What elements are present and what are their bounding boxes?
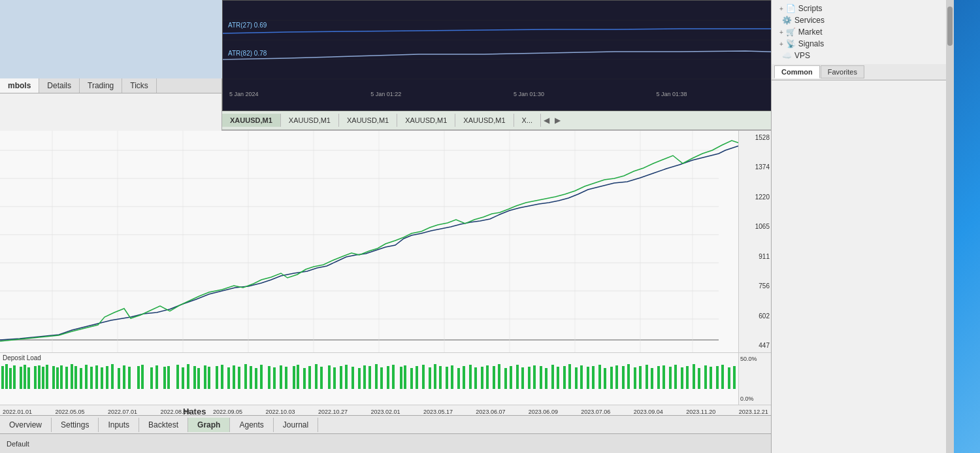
signals-item[interactable]: + 📡 Signals xyxy=(777,38,941,50)
tab-agents[interactable]: Agents xyxy=(230,418,273,432)
date-9: 2023.05.17 xyxy=(423,409,453,415)
expand-icon: + xyxy=(779,5,783,12)
equity-chart: 1528 1374 1220 1065 911 756 602 447 xyxy=(0,131,771,353)
svg-rect-120 xyxy=(551,365,554,389)
svg-rect-130 xyxy=(610,367,613,389)
tab-common[interactable]: Common xyxy=(774,65,820,78)
svg-rect-23 xyxy=(1,366,4,389)
tab-settings[interactable]: Settings xyxy=(52,418,99,432)
svg-rect-92 xyxy=(387,366,389,389)
svg-rect-35 xyxy=(56,367,59,389)
chart-tab-1[interactable]: XAUUSD,M1 xyxy=(222,114,281,127)
tab-trading[interactable]: Trading xyxy=(80,78,122,93)
svg-rect-131 xyxy=(615,365,618,389)
scrollbar-right[interactable] xyxy=(946,0,954,453)
tab-details[interactable]: Details xyxy=(39,78,80,93)
svg-rect-87 xyxy=(358,368,361,389)
y-label-602: 602 xyxy=(740,312,770,320)
chart-tab-4[interactable]: XAUUSD,M1 xyxy=(397,114,455,127)
svg-rect-128 xyxy=(598,365,601,389)
y-label-1374: 1374 xyxy=(740,163,770,171)
svg-rect-48 xyxy=(123,365,125,389)
y-label-756: 756 xyxy=(740,282,770,290)
deposit-label-high: 50.0% xyxy=(740,356,770,362)
svg-rect-138 xyxy=(657,366,660,389)
svg-rect-91 xyxy=(380,367,383,389)
market-label: Market xyxy=(798,27,823,37)
svg-rect-73 xyxy=(273,367,276,389)
date-11: 2023.06.09 xyxy=(529,409,558,415)
date-6: 2022.10.03 xyxy=(265,409,295,415)
svg-rect-29 xyxy=(27,367,30,389)
chart-tab-3[interactable]: XAUUSD,M1 xyxy=(339,114,397,127)
svg-rect-46 xyxy=(111,364,114,389)
svg-rect-119 xyxy=(545,368,547,389)
svg-rect-62 xyxy=(208,367,210,389)
tab-inputs[interactable]: Inputs xyxy=(99,418,139,432)
svg-rect-125 xyxy=(580,365,583,389)
svg-rect-31 xyxy=(38,365,41,389)
svg-rect-81 xyxy=(320,367,323,389)
svg-rect-96 xyxy=(410,368,413,389)
svg-rect-97 xyxy=(416,366,418,389)
svg-rect-94 xyxy=(400,367,402,389)
deposit-right-labels: 50.0% 0.0% xyxy=(738,353,771,405)
y-label-1220: 1220 xyxy=(740,193,770,201)
svg-rect-37 xyxy=(65,367,68,389)
chart-tab-2[interactable]: XAUUSD,M1 xyxy=(281,114,339,127)
hates-label: Hates xyxy=(183,407,206,416)
right-panel-tabs: Common Favorites xyxy=(772,64,946,80)
svg-rect-99 xyxy=(429,367,431,389)
svg-rect-52 xyxy=(150,367,153,389)
tab-backtest[interactable]: Backtest xyxy=(139,418,188,432)
chart-tab-5[interactable]: XAUUSD,M1 xyxy=(455,114,514,127)
tab-ticks[interactable]: Ticks xyxy=(122,78,157,93)
tab-symbols[interactable]: mbols xyxy=(0,78,39,93)
svg-rect-113 xyxy=(510,366,512,389)
svg-rect-123 xyxy=(568,364,571,389)
signals-label: Signals xyxy=(798,39,824,48)
tab-graph[interactable]: Graph xyxy=(188,418,230,432)
svg-rect-141 xyxy=(674,365,677,389)
svg-rect-102 xyxy=(446,367,448,389)
svg-rect-148 xyxy=(716,366,719,389)
svg-rect-98 xyxy=(422,365,425,389)
svg-rect-133 xyxy=(627,364,630,389)
vps-label: VPS xyxy=(794,51,810,60)
y-label-911: 911 xyxy=(740,253,770,260)
svg-rect-89 xyxy=(368,366,371,389)
win11-taskbar xyxy=(954,0,980,453)
svg-rect-36 xyxy=(60,365,63,389)
tab-overview[interactable]: Overview xyxy=(0,418,52,432)
market-item[interactable]: + 🛒 Market xyxy=(777,26,941,38)
tab-favorites[interactable]: Favorites xyxy=(821,65,864,78)
expand-icon-4: + xyxy=(779,41,783,48)
svg-rect-145 xyxy=(698,368,700,389)
y-label-1065: 1065 xyxy=(740,223,770,230)
services-item[interactable]: ⚙️ Services xyxy=(777,14,941,26)
svg-rect-56 xyxy=(176,365,179,389)
svg-rect-95 xyxy=(404,365,406,389)
chart-tab-6[interactable]: X... xyxy=(514,114,542,127)
svg-rect-43 xyxy=(95,365,98,389)
chart-tab-nav-left[interactable]: ◀ xyxy=(541,116,552,125)
svg-rect-100 xyxy=(434,364,436,389)
bottom-tabbar: Overview Settings Inputs Backtest Graph … xyxy=(0,415,771,433)
svg-rect-76 xyxy=(293,366,295,389)
scripts-item[interactable]: + 📄 Scripts xyxy=(777,3,941,14)
scrollbar-thumb[interactable] xyxy=(947,7,953,46)
date-1: 2022.01.01 xyxy=(3,409,32,415)
svg-rect-72 xyxy=(268,366,270,389)
svg-rect-126 xyxy=(587,367,589,389)
svg-rect-30 xyxy=(34,366,37,389)
svg-rect-53 xyxy=(155,365,158,389)
svg-rect-112 xyxy=(504,368,507,389)
tab-journal[interactable]: Journal xyxy=(274,418,318,432)
market-icon: 🛒 xyxy=(786,27,796,37)
scripts-label: Scripts xyxy=(798,4,823,13)
vps-item[interactable]: ☁️ VPS xyxy=(777,50,941,61)
svg-rect-129 xyxy=(604,368,606,389)
svg-rect-109 xyxy=(486,365,489,389)
chart-tab-nav-right[interactable]: ▶ xyxy=(552,116,563,125)
svg-rect-84 xyxy=(340,366,342,389)
